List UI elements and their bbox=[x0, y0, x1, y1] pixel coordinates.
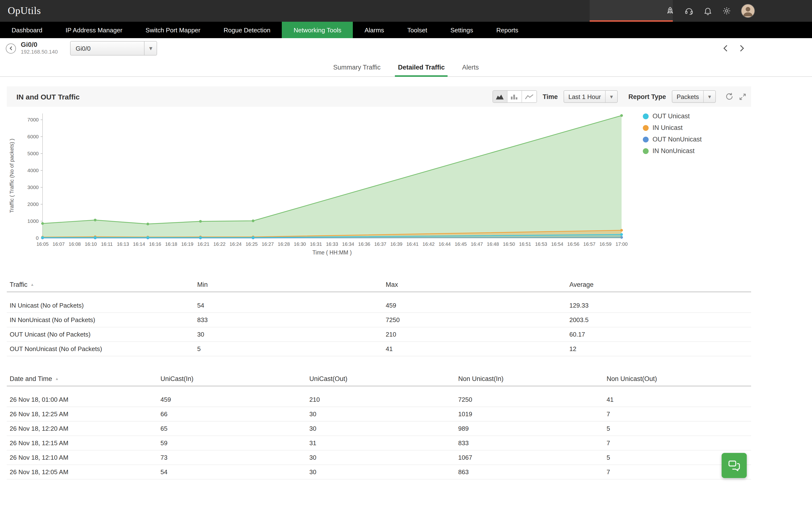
chevron-down-icon[interactable]: ▼ bbox=[144, 42, 157, 55]
legend-color-dot bbox=[643, 148, 649, 154]
legend-label: OUT NonUnicast bbox=[653, 136, 702, 143]
detail-table-header: Date and Time▲ UniCast(In) UniCast(Out) … bbox=[7, 372, 751, 386]
legend-item-out-unicast[interactable]: OUT Unicast bbox=[643, 113, 702, 120]
prev-interface-button[interactable] bbox=[722, 44, 730, 52]
svg-text:16:11: 16:11 bbox=[101, 241, 113, 247]
svg-text:Traffic ( Traffic (No of packe: Traffic ( Traffic (No of packets) ) bbox=[9, 138, 15, 213]
interface-name: Gi0/0 bbox=[21, 41, 58, 48]
detail-row: 26 Nov 18, 12:15 AM 59 31 833 7 bbox=[7, 436, 751, 451]
svg-text:16:59: 16:59 bbox=[599, 241, 611, 247]
interface-dropdown[interactable]: Gi0/0 ▼ bbox=[70, 41, 157, 56]
summary-col-average[interactable]: Average bbox=[569, 281, 751, 288]
nav-item-alarms[interactable]: Alarms bbox=[353, 22, 396, 38]
nav-item-switch-port-mapper[interactable]: Switch Port Mapper bbox=[134, 22, 212, 38]
summary-col-max[interactable]: Max bbox=[386, 281, 569, 288]
nav-item-reports[interactable]: Reports bbox=[485, 22, 530, 38]
svg-text:16:37: 16:37 bbox=[374, 241, 387, 247]
avatar-silhouette bbox=[742, 4, 755, 17]
detail-col-unicast-in[interactable]: UniCast(In) bbox=[160, 375, 309, 382]
rocket-icon[interactable] bbox=[666, 6, 675, 15]
legend-item-in-unicast[interactable]: IN Unicast bbox=[643, 124, 702, 131]
col-label: Traffic bbox=[10, 281, 28, 288]
expand-icon[interactable] bbox=[739, 93, 746, 100]
svg-text:16:30: 16:30 bbox=[294, 241, 306, 247]
line-chart-icon[interactable] bbox=[522, 91, 536, 102]
traffic-chart: 0100020003000400050006000700016:0516:071… bbox=[7, 107, 635, 260]
cell-date-time: 26 Nov 18, 12:05 AM bbox=[10, 468, 160, 475]
cell-unicast-in: 65 bbox=[160, 425, 309, 432]
chart-area: 0100020003000400050006000700016:0516:071… bbox=[7, 107, 751, 260]
svg-text:16:05: 16:05 bbox=[37, 241, 49, 247]
summary-row-in-nonunicast: IN NonUnicast (No of Packets) 833 7250 2… bbox=[7, 313, 751, 327]
svg-text:3000: 3000 bbox=[27, 184, 39, 190]
area-chart-icon[interactable] bbox=[493, 91, 507, 102]
legend-color-dot bbox=[643, 136, 649, 142]
cell-unicast-out: 30 bbox=[309, 468, 458, 475]
detail-row: 26 Nov 18, 01:00 AM 459 210 7250 41 bbox=[7, 393, 751, 407]
cell-min: 5 bbox=[197, 345, 386, 352]
report-type-dropdown[interactable]: Packets ▼ bbox=[672, 90, 716, 103]
legend-color-dot bbox=[643, 113, 649, 119]
legend-item-out-nonunicast[interactable]: OUT NonUnicast bbox=[643, 136, 702, 143]
summary-col-traffic[interactable]: Traffic▲ bbox=[10, 281, 197, 288]
cell-date-time: 26 Nov 18, 12:25 AM bbox=[10, 410, 160, 418]
device-ip: 192.168.50.140 bbox=[21, 48, 58, 56]
legend-item-in-nonunicast[interactable]: IN NonUnicast bbox=[643, 147, 702, 155]
cell-nonunicast-in: 989 bbox=[458, 425, 607, 432]
svg-text:16:53: 16:53 bbox=[535, 241, 547, 247]
user-avatar[interactable] bbox=[741, 4, 755, 18]
next-interface-button[interactable] bbox=[738, 44, 745, 52]
legend-label: IN NonUnicast bbox=[653, 147, 695, 155]
table-spacer bbox=[7, 386, 751, 393]
tab-alerts[interactable]: Alerts bbox=[453, 58, 488, 76]
cell-unicast-in: 459 bbox=[160, 396, 309, 403]
nav-item-settings[interactable]: Settings bbox=[439, 22, 485, 38]
svg-text:0: 0 bbox=[36, 235, 39, 241]
bar-chart-icon[interactable] bbox=[507, 91, 522, 102]
back-button[interactable] bbox=[6, 43, 16, 53]
nav-item-networking-tools[interactable]: Networking Tools bbox=[282, 22, 353, 38]
svg-text:16:10: 16:10 bbox=[85, 241, 97, 247]
svg-text:16:24: 16:24 bbox=[230, 241, 242, 247]
gear-icon[interactable] bbox=[722, 6, 731, 15]
cell-min: 54 bbox=[197, 302, 386, 309]
nav-item-ip-address-manager[interactable]: IP Address Manager bbox=[54, 22, 134, 38]
detail-col-date-time[interactable]: Date and Time▲ bbox=[10, 375, 160, 382]
svg-text:17:00: 17:00 bbox=[615, 241, 627, 247]
chat-bubbles-icon bbox=[727, 459, 741, 472]
interface-pager bbox=[722, 38, 745, 58]
cell-unicast-out: 30 bbox=[309, 454, 458, 461]
cell-average: 2003.5 bbox=[569, 316, 751, 324]
svg-text:16:21: 16:21 bbox=[197, 241, 209, 247]
summary-col-min[interactable]: Min bbox=[197, 281, 386, 288]
detail-col-nonunicast-out[interactable]: Non Unicast(Out) bbox=[607, 375, 751, 382]
cell-max: 7250 bbox=[386, 316, 569, 324]
nav-item-toolset[interactable]: Toolset bbox=[396, 22, 439, 38]
cell-nonunicast-out: 7 bbox=[607, 410, 751, 418]
svg-text:16:54: 16:54 bbox=[551, 241, 563, 247]
headset-icon[interactable] bbox=[684, 6, 694, 15]
tab-detailed-traffic[interactable]: Detailed Traffic bbox=[389, 58, 454, 76]
detail-col-unicast-out[interactable]: UniCast(Out) bbox=[309, 375, 458, 382]
nav-item-dashboard[interactable]: Dashboard bbox=[0, 22, 54, 38]
time-range-dropdown[interactable]: Last 1 Hour ▼ bbox=[564, 90, 618, 103]
app-logo: OpUtils bbox=[8, 5, 41, 17]
panel-controls: Time Last 1 Hour ▼ Report Type Packets ▼ bbox=[492, 90, 746, 103]
cell-unicast-in: 54 bbox=[160, 468, 309, 475]
nav-item-rogue-detection[interactable]: Rogue Detection bbox=[212, 22, 282, 38]
bell-icon[interactable] bbox=[703, 6, 712, 15]
legend-label: OUT Unicast bbox=[653, 113, 690, 120]
detail-col-nonunicast-in[interactable]: Non Unicast(In) bbox=[458, 375, 607, 382]
chevron-down-icon: ▼ bbox=[605, 91, 617, 102]
chat-support-button[interactable] bbox=[722, 453, 747, 478]
svg-text:16:36: 16:36 bbox=[358, 241, 370, 247]
cell-min: 30 bbox=[197, 331, 386, 338]
svg-text:4000: 4000 bbox=[27, 168, 39, 173]
panel-title: IN and OUT Traffic bbox=[16, 93, 80, 101]
svg-text:16:44: 16:44 bbox=[439, 241, 451, 247]
tab-summary-traffic[interactable]: Summary Traffic bbox=[324, 58, 389, 76]
topbar-highlight bbox=[590, 0, 673, 22]
legend-label: IN Unicast bbox=[653, 124, 683, 131]
cell-max: 210 bbox=[386, 331, 569, 338]
refresh-icon[interactable] bbox=[725, 93, 733, 101]
